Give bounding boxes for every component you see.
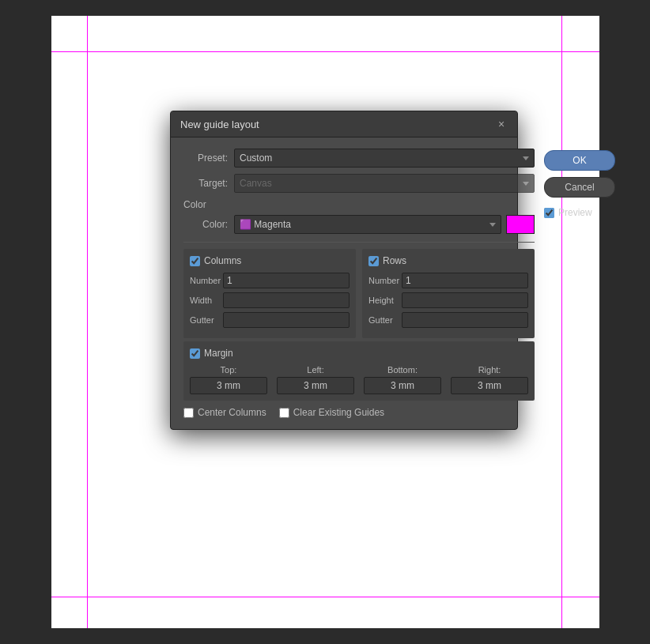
columns-label: Columns	[204, 255, 241, 266]
rows-number-label: Number	[368, 276, 402, 285]
guide-line-bottom	[51, 597, 599, 597]
target-label: Target:	[183, 178, 228, 189]
margin-top-field: Top:	[190, 365, 267, 394]
target-row: Target: Canvas	[183, 174, 535, 193]
color-label: Color:	[183, 219, 228, 230]
clear-guides-checkbox[interactable]	[279, 408, 289, 418]
dialog-titlebar: New guide layout ×	[171, 111, 517, 137]
margin-top-input[interactable]	[190, 377, 267, 394]
rows-section: Rows Number Height Gutter	[362, 249, 535, 338]
columns-gutter-label: Gutter	[190, 315, 223, 325]
new-guide-layout-dialog: New guide layout × Preset: Custom Target…	[170, 111, 518, 430]
margin-label: Margin	[204, 348, 233, 359]
rows-checkbox[interactable]	[368, 256, 379, 266]
target-select[interactable]: Canvas	[234, 174, 535, 193]
margin-fields: Top: Left: Bottom: Right:	[190, 365, 528, 394]
cancel-button[interactable]: Cancel	[544, 177, 615, 198]
preset-row: Preset: Custom	[183, 149, 535, 168]
rows-number-input[interactable]	[402, 273, 528, 288]
margin-right-input[interactable]	[451, 377, 528, 394]
preview-label: Preview	[558, 207, 592, 218]
color-row: Color: 🟪 Magenta	[183, 215, 535, 234]
preview-row: Preview	[544, 207, 615, 218]
margin-right-label: Right:	[478, 365, 501, 375]
columns-rows-container: Columns Number Width Gutter	[183, 249, 535, 338]
guide-line-left	[87, 16, 88, 628]
preview-checkbox[interactable]	[544, 208, 554, 218]
clear-guides-row: Clear Existing Guides	[279, 407, 384, 418]
columns-width-input[interactable]	[223, 292, 350, 308]
center-columns-label: Center Columns	[198, 407, 266, 418]
guide-line-top	[51, 51, 599, 52]
divider-1	[183, 242, 535, 243]
preset-label: Preset:	[183, 153, 228, 164]
color-select[interactable]: 🟪 Magenta	[234, 215, 501, 234]
rows-number-row: Number	[368, 273, 528, 288]
columns-number-input[interactable]	[223, 273, 350, 288]
rows-label: Rows	[383, 255, 406, 266]
columns-number-row: Number	[190, 273, 350, 288]
columns-checkbox[interactable]	[190, 256, 200, 266]
bottom-checkboxes: Center Columns Clear Existing Guides	[183, 407, 535, 418]
ok-button[interactable]: OK	[544, 150, 615, 171]
margin-bottom-label: Bottom:	[387, 365, 418, 375]
margin-section: Margin Top: Left: Bottom:	[183, 341, 535, 401]
rows-height-row: Height	[368, 292, 528, 308]
margin-checkbox[interactable]	[190, 348, 200, 359]
center-columns-checkbox[interactable]	[183, 408, 194, 418]
margin-left-field: Left:	[277, 365, 354, 394]
margin-left-label: Left:	[307, 365, 323, 375]
preset-select[interactable]: Custom	[234, 149, 535, 168]
rows-height-label: Height	[368, 296, 402, 305]
color-swatch[interactable]	[506, 215, 535, 234]
margin-top-label: Top:	[221, 365, 237, 375]
rows-header: Rows	[368, 255, 528, 266]
columns-number-label: Number	[190, 276, 223, 285]
rows-gutter-row: Gutter	[368, 312, 528, 328]
columns-section: Columns Number Width Gutter	[183, 249, 356, 338]
rows-gutter-label: Gutter	[368, 315, 402, 325]
columns-width-label: Width	[190, 296, 223, 305]
dialog-body: Preset: Custom Target: Canvas Color Col	[171, 137, 517, 429]
close-button[interactable]: ×	[495, 118, 508, 130]
color-section-label: Color	[183, 199, 535, 210]
dialog-title: New guide layout	[180, 119, 259, 130]
canvas-area: New guide layout × Preset: Custom Target…	[0, 0, 650, 644]
margin-right-field: Right:	[451, 365, 528, 394]
columns-gutter-row: Gutter	[190, 312, 350, 328]
center-columns-row: Center Columns	[183, 407, 266, 418]
margin-bottom-field: Bottom:	[364, 365, 441, 394]
margin-left-input[interactable]	[277, 377, 354, 394]
columns-width-row: Width	[190, 292, 350, 308]
dialog-right-panel: OK Cancel Preview	[544, 149, 615, 418]
clear-guides-label: Clear Existing Guides	[293, 407, 384, 418]
margin-bottom-input[interactable]	[364, 377, 441, 394]
rows-gutter-input[interactable]	[402, 312, 528, 328]
margin-header: Margin	[190, 348, 528, 359]
columns-header: Columns	[190, 255, 350, 266]
dialog-left-panel: Preset: Custom Target: Canvas Color Col	[183, 149, 535, 418]
columns-gutter-input[interactable]	[223, 312, 350, 328]
rows-height-input[interactable]	[402, 292, 528, 308]
